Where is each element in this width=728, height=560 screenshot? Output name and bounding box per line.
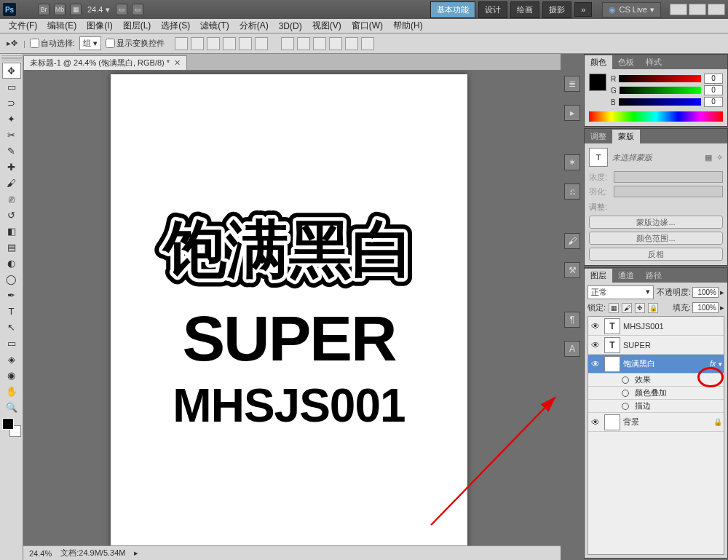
vector-mask-icon[interactable]: ✧ bbox=[716, 153, 723, 162]
lasso-tool[interactable]: ⊃ bbox=[2, 95, 21, 111]
layer-row[interactable]: 颜色叠加 bbox=[588, 387, 724, 400]
menu-view[interactable]: 视图(V) bbox=[308, 18, 346, 33]
blur-tool[interactable]: ◐ bbox=[2, 255, 21, 271]
fill-chevron-icon[interactable]: ▸ bbox=[720, 303, 724, 312]
paragraph-panel-icon[interactable]: ¶ bbox=[564, 312, 580, 328]
zoom-tool[interactable]: 🔍 bbox=[2, 399, 21, 415]
grid-icon[interactable]: ▦ bbox=[70, 4, 82, 15]
layer-name[interactable]: MHSJS001 bbox=[623, 322, 722, 331]
tab-swatches[interactable]: 色板 bbox=[612, 55, 640, 69]
marquee-tool[interactable]: ▭ bbox=[2, 79, 21, 95]
feather-slider[interactable] bbox=[614, 186, 723, 197]
layer-thumb[interactable]: T bbox=[604, 318, 620, 334]
layer-row[interactable]: 👁T饱满黑白fx ▾ bbox=[588, 355, 724, 374]
distribute-icon[interactable] bbox=[313, 37, 326, 50]
dodge-tool[interactable]: ◯ bbox=[2, 271, 21, 287]
bridge-icon[interactable]: Br bbox=[38, 4, 50, 15]
menu-analysis[interactable]: 分析(A) bbox=[235, 18, 273, 33]
close-button[interactable]: ✕ bbox=[708, 4, 725, 15]
align-icon[interactable] bbox=[175, 37, 188, 50]
layer-list[interactable]: 👁TMHSJS001👁TSUPER👁T饱满黑白fx ▾效果颜色叠加描边👁背景🔒 bbox=[587, 316, 724, 555]
workspace-painting[interactable]: 绘画 bbox=[510, 1, 539, 18]
menu-3d[interactable]: 3D(D) bbox=[274, 20, 306, 33]
3d-camera-tool[interactable]: ◉ bbox=[2, 367, 21, 383]
fx-chevron-icon[interactable]: ▾ bbox=[719, 360, 722, 368]
color-spectrum[interactable] bbox=[589, 111, 723, 122]
view-extras-icon[interactable]: ▭ bbox=[116, 4, 127, 15]
align-icon[interactable] bbox=[255, 37, 268, 50]
visibility-icon[interactable]: 👁 bbox=[590, 358, 601, 370]
move-tool-preset-icon[interactable]: ▸✥ bbox=[4, 36, 19, 51]
r-slider[interactable] bbox=[619, 75, 701, 82]
status-docinfo[interactable]: 文档:24.9M/5.34M bbox=[60, 548, 125, 559]
brush-panel-icon[interactable]: 🖌 bbox=[564, 233, 580, 249]
tool-presets-icon[interactable]: ⚒ bbox=[564, 262, 580, 278]
distribute-icon[interactable] bbox=[281, 37, 294, 50]
gradient-tool[interactable]: ▤ bbox=[2, 239, 21, 255]
workspace-essentials[interactable]: 基本功能 bbox=[430, 1, 475, 18]
workspace-design[interactable]: 设计 bbox=[478, 1, 507, 18]
brush-presets-icon[interactable]: ✶ bbox=[564, 154, 580, 170]
stamp-tool[interactable]: ⎚ bbox=[2, 191, 21, 207]
crop-tool[interactable]: ✂ bbox=[2, 127, 21, 143]
pen-tool[interactable]: ✒ bbox=[2, 287, 21, 303]
document-tab[interactable]: 未标题-1 @ 24.4% (饱满黑白, RGB/8) * ✕ bbox=[23, 55, 187, 70]
path-tool[interactable]: ↖ bbox=[2, 319, 21, 335]
lock-position-icon[interactable]: ✥ bbox=[635, 303, 645, 313]
align-icon[interactable] bbox=[239, 37, 252, 50]
menu-layer[interactable]: 图层(L) bbox=[119, 18, 156, 33]
lock-pixels-icon[interactable]: 🖌 bbox=[622, 303, 632, 313]
auto-select-dropdown[interactable]: 组 ▾ bbox=[79, 36, 101, 50]
align-icon[interactable] bbox=[207, 37, 220, 50]
cslive-button[interactable]: ◉CS Live ▾ bbox=[602, 2, 661, 17]
workspace-more[interactable]: » bbox=[574, 2, 592, 17]
align-icon[interactable] bbox=[191, 37, 204, 50]
layer-name[interactable]: 背景 bbox=[623, 417, 711, 427]
opacity-chevron-icon[interactable]: ▸ bbox=[720, 288, 724, 297]
actions-panel-icon[interactable]: ▸ bbox=[564, 105, 580, 121]
pixel-mask-icon[interactable]: ▦ bbox=[705, 153, 712, 162]
eraser-tool[interactable]: ◧ bbox=[2, 223, 21, 239]
r-value[interactable]: 0 bbox=[704, 74, 723, 84]
wand-tool[interactable]: ✦ bbox=[2, 111, 21, 127]
history-brush-tool[interactable]: ↺ bbox=[2, 207, 21, 223]
tab-channels[interactable]: 通道 bbox=[612, 269, 640, 283]
menu-image[interactable]: 图像(I) bbox=[82, 18, 116, 33]
mask-edge-button[interactable]: 蒙版边缘... bbox=[589, 216, 723, 229]
align-icon[interactable] bbox=[223, 37, 236, 50]
b-slider[interactable] bbox=[619, 98, 701, 106]
tab-paths[interactable]: 路径 bbox=[640, 269, 668, 283]
move-tool[interactable]: ✥ bbox=[2, 63, 21, 79]
tab-layers[interactable]: 图层 bbox=[585, 269, 612, 283]
foreground-swatch[interactable] bbox=[2, 418, 14, 430]
character-panel-icon[interactable]: A bbox=[564, 341, 580, 357]
maximize-button[interactable]: □ bbox=[689, 4, 706, 15]
type-tool[interactable]: T bbox=[2, 303, 21, 319]
layer-thumb[interactable]: T bbox=[604, 356, 620, 372]
minibridge-icon[interactable]: Mb bbox=[54, 4, 66, 15]
visibility-icon[interactable]: 👁 bbox=[590, 320, 601, 332]
tab-masks[interactable]: 蒙版 bbox=[612, 130, 640, 143]
menu-help[interactable]: 帮助(H) bbox=[389, 18, 427, 33]
layer-thumb[interactable] bbox=[604, 414, 620, 430]
layer-row[interactable]: 👁TMHSJS001 bbox=[588, 317, 724, 336]
fill-value[interactable]: 100% bbox=[692, 302, 719, 313]
g-slider[interactable] bbox=[620, 87, 701, 94]
clone-source-icon[interactable]: ⎌ bbox=[564, 184, 580, 200]
color-range-button[interactable]: 颜色范围... bbox=[589, 232, 723, 245]
tab-styles[interactable]: 样式 bbox=[640, 55, 668, 69]
blend-mode-dropdown[interactable]: 正常 ▾ bbox=[587, 285, 654, 299]
lock-transparent-icon[interactable]: ▦ bbox=[609, 303, 619, 313]
status-zoom[interactable]: 24.4% bbox=[29, 549, 52, 558]
layer-row[interactable]: 👁背景🔒 bbox=[588, 413, 724, 432]
invert-button[interactable]: 反相 bbox=[589, 248, 723, 261]
layer-name[interactable]: 描边 bbox=[635, 401, 722, 411]
layer-name[interactable]: 颜色叠加 bbox=[635, 387, 722, 398]
layer-name[interactable]: SUPER bbox=[623, 341, 722, 350]
layer-name[interactable]: 饱满黑白 bbox=[623, 358, 707, 369]
layer-name[interactable]: 效果 bbox=[635, 374, 722, 385]
minimize-button[interactable]: — bbox=[670, 4, 687, 15]
title-zoom[interactable]: 24.4 ▾ bbox=[87, 5, 110, 15]
visibility-icon[interactable]: 👁 bbox=[590, 339, 601, 351]
toolbox-grip[interactable] bbox=[1, 55, 22, 61]
